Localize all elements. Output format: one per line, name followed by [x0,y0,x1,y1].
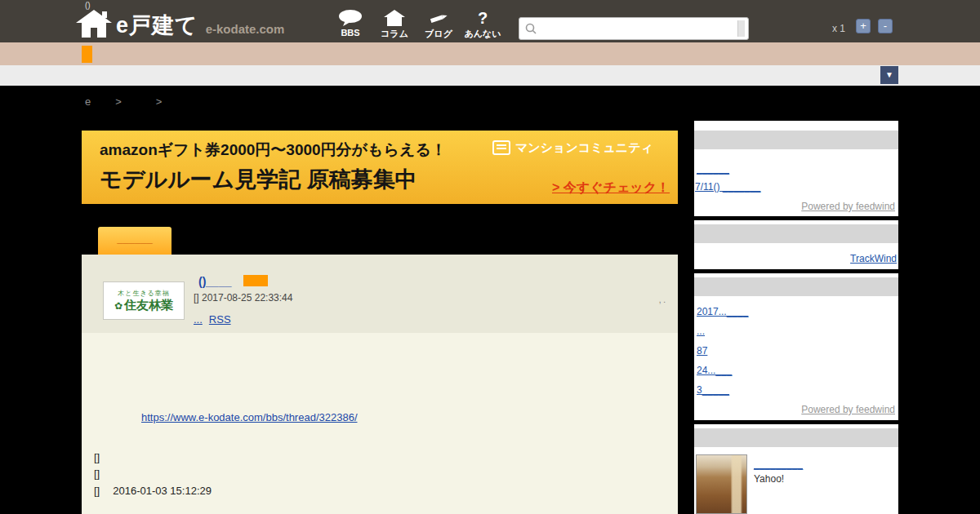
thread-card-header: 木と生きる幸福 ✿住友林業 ()____ [] 2017-08-25 22:33… [82,255,678,333]
nav-column[interactable]: コラム [374,9,415,40]
ad-banner[interactable]: amazonギフト券2000円〜3000円分がもらえる！ マンションコミュニティ… [82,131,678,204]
news-source: Yahoo! [754,473,784,485]
thread-more-link[interactable]: ... [194,313,203,326]
thread-url-link[interactable]: https://www.e-kodate.com/bbs/thread/3223… [141,411,358,423]
top-header: () e戸建て e-kodate.com BBS コラム ブログ [0,0,980,42]
speech-bubble-icon [338,9,363,27]
feedwind-credit: Powered by feedwind [801,404,895,415]
tan-bar [0,42,980,65]
header-corner-note: , . [659,295,666,304]
breadcrumb-home[interactable]: e [85,95,91,108]
ad-brand: マンションコミュニティ [492,139,653,157]
flower-mark-icon: ✿ [114,300,122,312]
thread-line3-prefix: [] [94,485,100,497]
breadcrumb-separator: > [156,95,163,108]
nav-blog[interactable]: ブログ [418,9,459,40]
panel-header [694,428,898,447]
thread-body-line: [] [94,467,100,480]
thread-meta: [] 2017-08-25 22:33:44 [194,292,292,304]
sidebar-link[interactable]: ______ [697,163,729,175]
search-icon [525,23,537,34]
nav-blog-label: ブログ [425,28,452,40]
house-icon [384,9,405,27]
ad-cta-link[interactable]: > 今すぐチェック！ [552,179,670,197]
page: () e戸建て e-kodate.com BBS コラム ブログ [0,0,980,514]
sidebar-link-list: 2017...____ ... 87 24...___ 3_____ [697,302,748,400]
thread-tab[interactable]: ______ [98,227,172,255]
sidebar-link[interactable]: 24...___ [697,361,748,380]
site-domain: e-kodate.com [206,22,285,36]
sidebar-link[interactable]: 7/11() _______ [695,181,761,193]
thread-date: 2016-01-03 15:12:29 [113,485,212,497]
sidebar-panel-feed-2: 2017...____ ... 87 24...___ 3_____ Power… [694,273,898,420]
thread-title-link[interactable]: () [198,275,206,288]
textsize-minus-button[interactable]: - [878,19,893,33]
trackwind-link[interactable]: TrackWind [850,253,897,264]
sumitomo-name: ✿住友林業 [114,298,173,313]
nav-guide[interactable]: ? あんない [462,9,503,40]
dropdown-toggle-button[interactable]: ▼ [880,66,898,84]
news-link[interactable]: _________ [754,459,803,470]
question-icon: ? [478,9,488,28]
panel-header [694,277,898,296]
sidebar-panel-feed-1: ______ 7/11() _______ Powered by feedwin… [694,121,898,216]
feedwind-credit: Powered by feedwind [801,201,895,212]
ad-brand-label: マンションコミュニティ [515,140,653,156]
status-badge [243,275,268,286]
building-icon [492,139,510,157]
sidebar-link[interactable]: 87 [697,341,748,361]
feedwind-link[interactable]: Powered by feedwind [801,404,895,415]
sidebar-link[interactable]: ... [697,321,748,341]
panel-header [694,224,898,243]
thread-body-line: [] [94,451,100,463]
search-box [519,17,749,40]
ad-headline: amazonギフト券2000円〜3000円分がもらえる！ [100,140,447,161]
corner-text: () [85,1,91,10]
thread-title: ()____ [198,275,231,288]
thread-title-underline: ____ [206,275,231,288]
sidebar-link[interactable]: 3_____ [697,380,748,400]
search-input[interactable] [541,23,737,35]
thread-url-row: https://www.e-kodate.com/bbs/thread/3223… [141,411,358,423]
site-logo[interactable]: e戸建て e-kodate.com [76,10,284,41]
nav-bbs-label: BBS [341,28,359,38]
textsize-plus-button[interactable]: + [856,19,871,33]
toolbar-bar [0,65,980,86]
feedwind-link[interactable]: Powered by feedwind [801,201,895,212]
sidebar-panel-trackwind: TrackWind [694,220,898,269]
nav-guide-label: あんない [464,28,501,40]
sidebar-panel-news: _________ Yahoo! [694,424,898,514]
nav-bbs[interactable]: BBS [330,9,371,38]
rss-link[interactable]: RSS [209,313,231,326]
breadcrumb-separator: > [115,95,122,108]
news-thumbnail-image[interactable] [696,454,747,514]
thread-body-line: []2016-01-03 15:12:29 [94,485,212,497]
thread-tab-link[interactable]: ______ [117,233,152,245]
search-grip[interactable] [737,20,745,37]
site-name: e戸建て [116,11,198,40]
house-logo-icon [76,10,112,41]
pencil-icon [429,9,448,27]
thread-card: 木と生きる幸福 ✿住友林業 ()____ [] 2017-08-25 22:33… [82,255,678,514]
nav-column-label: コラム [381,28,408,40]
ad-subheadline: モデルルーム見学記 原稿募集中 [100,165,417,194]
breadcrumb: e>> [85,95,162,108]
thread-card-body: https://www.e-kodate.com/bbs/thread/3223… [82,333,678,514]
thread-rss-row: ...RSS [194,313,238,326]
textsize-label: x 1 [832,23,845,34]
panel-header [694,131,898,149]
sumitomo-tagline: 木と生きる幸福 [118,289,170,298]
sumitomo-ringyo-logo[interactable]: 木と生きる幸福 ✿住友林業 [103,281,185,320]
orange-chip [82,46,92,63]
sidebar-link[interactable]: 2017...____ [697,302,748,321]
